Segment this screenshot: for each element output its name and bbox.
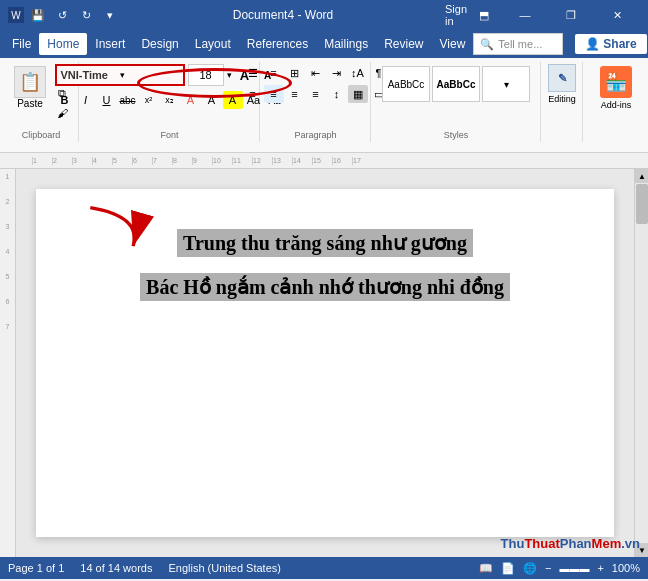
style-more[interactable]: ▾ (482, 66, 530, 102)
font-size-selector[interactable]: 18 (188, 64, 224, 86)
style-h1-label: AaBbCc (437, 79, 476, 90)
zoom-out-button[interactable]: − (545, 562, 551, 574)
ribbon-groups: 📋 Paste ✂ ⧉ 🖌 Clipboard VNI-Time ▾ (4, 62, 644, 142)
clear-format-button[interactable]: A (181, 91, 201, 109)
share-button[interactable]: 👤 Share (575, 34, 646, 54)
line-spacing-button[interactable]: ↕ (327, 85, 347, 103)
ruler-mark: 5 (112, 157, 132, 165)
shading-button[interactable]: ▦ (348, 85, 368, 103)
sort-button[interactable]: ↕A (348, 64, 368, 82)
vertical-scrollbar[interactable]: ▲ ▼ (634, 169, 648, 557)
status-bar: Page 1 of 1 14 of 14 words English (Unit… (0, 557, 648, 579)
addins-content: 🏪 Add-ins (590, 62, 642, 140)
font-label: Font (86, 128, 253, 140)
share-label: Share (603, 37, 636, 51)
view-web-button[interactable]: 🌐 (523, 562, 537, 575)
align-center-button[interactable]: ≡ (264, 85, 284, 103)
subscript-button[interactable]: x₂ (160, 91, 180, 109)
styles-area: AaBbCc AaBbCc ▾ (378, 64, 534, 104)
addins-area: 🏪 Add-ins (590, 64, 642, 112)
paste-button[interactable]: 📋 Paste (10, 64, 50, 111)
scroll-track[interactable] (635, 183, 648, 543)
font-size-dropdown[interactable]: ▾ (227, 70, 232, 80)
styles-content: AaBbCc AaBbCc ▾ (378, 62, 534, 128)
ruler-mark: 11 (232, 157, 252, 165)
multilevel-button[interactable]: ⊞ (285, 64, 305, 82)
view-print-button[interactable]: 📄 (501, 562, 515, 575)
font-dropdown-icon[interactable]: ▾ (120, 70, 179, 80)
sign-in-button[interactable]: Sign in (446, 5, 466, 25)
paste-icon: 📋 (14, 66, 46, 98)
ruler-mark: 17 (352, 157, 372, 165)
align-left-button[interactable]: ≡ (243, 85, 263, 103)
addins-button[interactable]: 🏪 (600, 66, 632, 98)
view-read-button[interactable]: 📖 (479, 562, 493, 575)
justify-button[interactable]: ≡ (306, 85, 326, 103)
scroll-thumb[interactable] (636, 184, 648, 224)
highlight-button[interactable]: A (223, 91, 243, 109)
tell-me-box[interactable]: 🔍 Tell me... (473, 33, 563, 55)
scroll-up-button[interactable]: ▲ (635, 169, 648, 183)
ruler-mark: 15 (312, 157, 332, 165)
font-selector[interactable]: VNI-Time ▾ (55, 64, 185, 86)
decrease-font-button[interactable]: A (258, 66, 278, 84)
restore-button[interactable]: ❐ (548, 0, 594, 30)
increase-font-button[interactable]: A (235, 66, 255, 84)
scroll-down-button[interactable]: ▼ (635, 543, 648, 557)
align-right-button[interactable]: ≡ (285, 85, 305, 103)
menu-review[interactable]: Review (376, 33, 431, 55)
customize-button[interactable]: ▾ (100, 5, 120, 25)
ruler-mark: 6 (132, 157, 152, 165)
document-page[interactable]: Trung thu trăng sáng như gương Bác Hồ ng… (36, 189, 614, 537)
document-text-container[interactable]: Trung thu trăng sáng như gương Bác Hồ ng… (96, 229, 554, 309)
document-scroll[interactable]: Trung thu trăng sáng như gương Bác Hồ ng… (16, 169, 634, 557)
menu-home[interactable]: Home (39, 33, 87, 55)
ribbon-display-button[interactable]: ⬒ (474, 5, 494, 25)
clipboard-label: Clipboard (10, 128, 72, 140)
share-icon: 👤 (585, 37, 600, 51)
document-title: Document4 - Word (120, 8, 446, 22)
ruler-mark: 7 (152, 157, 172, 165)
menu-file[interactable]: File (4, 33, 39, 55)
tell-me-label: Tell me... (498, 38, 542, 50)
italic-button[interactable]: I (76, 91, 96, 109)
zoom-in-button[interactable]: + (597, 562, 603, 574)
menu-mailings[interactable]: Mailings (316, 33, 376, 55)
search-icon: 🔍 (480, 38, 494, 51)
menu-layout[interactable]: Layout (187, 33, 239, 55)
save-button[interactable]: 💾 (28, 5, 48, 25)
style-normal-label: AaBbCc (388, 79, 425, 90)
menu-design[interactable]: Design (133, 33, 186, 55)
word-count: 14 of 14 words (80, 562, 152, 574)
ruler-mark: 1 (32, 157, 52, 165)
decrease-indent-button[interactable]: ⇤ (306, 64, 326, 82)
menu-references[interactable]: References (239, 33, 316, 55)
menu-bar: File Home Insert Design Layout Reference… (0, 30, 648, 58)
left-ruler: 1 2 3 4 5 6 7 (0, 169, 16, 557)
editing-button[interactable]: ✎ Editing (548, 64, 576, 104)
underline-button[interactable]: U (97, 91, 117, 109)
close-button[interactable]: ✕ (594, 0, 640, 30)
sign-in-area[interactable]: 🔍 Tell me... 👤 Share (473, 33, 646, 55)
menu-insert[interactable]: Insert (87, 33, 133, 55)
bold-button[interactable]: B (55, 91, 75, 109)
paragraph-group: ☰ ≡ ⊞ ⇤ ⇥ ↕A ¶ ≡ ≡ ≡ ≡ ↕ ▦ ▭ P (261, 62, 371, 142)
document-line-2: Bác Hồ ngắm cảnh nhớ thương nhi đồng (140, 273, 510, 301)
menu-view[interactable]: View (432, 33, 474, 55)
font-color-button[interactable]: A (202, 91, 222, 109)
superscript-button[interactable]: x² (139, 91, 159, 109)
page-count: Page 1 of 1 (8, 562, 64, 574)
zoom-bar: ▬▬▬ (559, 563, 589, 574)
strikethrough-button[interactable]: abc (118, 91, 138, 109)
addins-group: 🏪 Add-ins (584, 62, 648, 142)
editing-label: Editing (548, 94, 576, 104)
style-normal[interactable]: AaBbCc (382, 66, 430, 102)
undo-button[interactable]: ↺ (52, 5, 72, 25)
increase-indent-button[interactable]: ⇥ (327, 64, 347, 82)
redo-button[interactable]: ↻ (76, 5, 96, 25)
font-row1: VNI-Time ▾ 18 ▾ A A (55, 64, 278, 86)
paste-label: Paste (17, 98, 43, 109)
style-heading1[interactable]: AaBbCc (432, 66, 480, 102)
minimize-button[interactable]: — (502, 0, 548, 30)
para-row2: ≡ ≡ ≡ ≡ ↕ ▦ ▭ (243, 85, 389, 103)
